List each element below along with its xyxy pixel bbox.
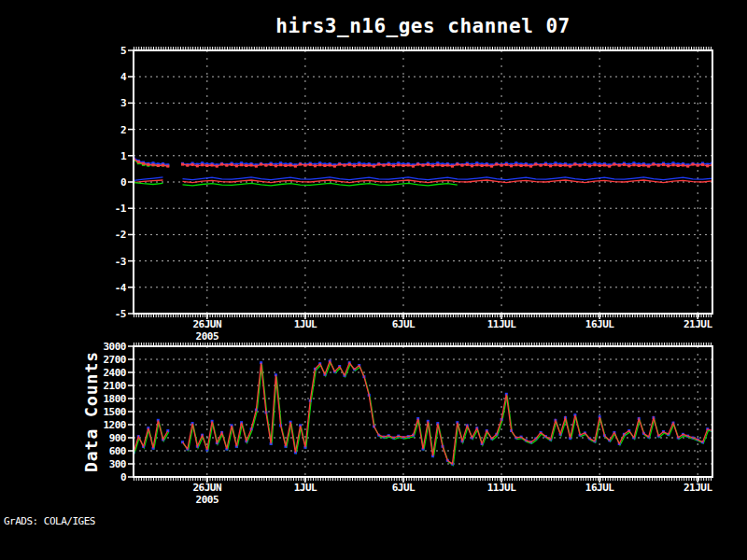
obs-band-red-marker — [569, 165, 571, 168]
obs-band-red-marker — [706, 164, 709, 167]
obs-band-red-marker — [686, 165, 689, 168]
ges-departures-panel: 26JUN20051JUL6JUL11JUL16JUL21JUL543210-1… — [115, 45, 714, 343]
obs-band-red-marker — [584, 163, 586, 166]
bias-blue-line — [183, 177, 713, 180]
y-tick-label: -5 — [115, 308, 126, 320]
data-counts-frame — [134, 346, 712, 477]
ges-departures-series — [133, 157, 714, 186]
obs-band-red-marker — [657, 164, 660, 167]
x-tick-label: 1JUL — [294, 318, 317, 330]
obs-band-red-marker — [422, 164, 425, 167]
obs-band-red-marker — [299, 163, 302, 166]
y-tick-label: -1 — [115, 203, 127, 215]
obs-band-red-marker — [677, 164, 680, 167]
obs-band-red-marker — [152, 163, 155, 166]
obs-band-red-marker — [358, 163, 360, 166]
obs-band-red-marker — [510, 164, 513, 167]
data-counts-axis-label: Data Counts — [81, 351, 101, 472]
obs-band-red-marker — [559, 164, 562, 167]
bias-green-line — [183, 183, 458, 186]
x-tick-label: 6JUL — [392, 318, 416, 330]
obs-band-red-marker — [181, 163, 184, 166]
x-tick-sublabel: 2005 — [196, 330, 219, 343]
x-tick-label: 11JUL — [487, 482, 516, 494]
obs-band-red-marker — [147, 163, 149, 166]
obs-band-red-marker — [667, 164, 669, 167]
obs-band-red-marker — [529, 165, 532, 168]
obs-band-red-marker — [270, 163, 273, 166]
y-tick-label: 3 — [120, 97, 126, 109]
obs-band-red-marker — [495, 163, 498, 166]
obs-band-red-marker — [608, 165, 611, 168]
obs-band-red-marker — [505, 163, 508, 166]
data-counts-series — [133, 359, 714, 465]
obs-band-red-marker — [544, 163, 547, 166]
obs-band-red-marker — [191, 163, 194, 166]
obs-band-red-marker — [303, 164, 306, 167]
obs-band-red-marker — [652, 163, 655, 166]
obs-band-red-marker — [329, 164, 331, 167]
obs-band-red-marker — [554, 163, 557, 166]
obs-band-red-marker — [466, 163, 469, 166]
x-tick-label: 21JUL — [684, 482, 712, 494]
obs-band-red-marker — [157, 164, 160, 167]
y-tick-label: 2 — [120, 124, 126, 136]
y-tick-label: 1800 — [104, 393, 127, 405]
obs-band-red-marker — [486, 164, 488, 167]
y-tick-label: 900 — [109, 432, 126, 444]
obs-band-red-marker — [162, 164, 164, 167]
y-tick-label: 300 — [109, 458, 126, 470]
obs-band-red-marker — [431, 164, 434, 167]
obs-band-red-marker — [201, 163, 204, 166]
obs-band-red-marker — [481, 164, 484, 167]
x-tick-label: 26JUN — [193, 318, 222, 330]
obs-band-red-marker — [412, 165, 415, 168]
obs-band-red-marker — [333, 165, 336, 168]
obs-band-red-marker — [235, 164, 238, 167]
x-tick-label: 1JUL — [294, 482, 317, 494]
obs-band-red-marker — [260, 163, 262, 166]
obs-band-red-marker — [593, 163, 596, 166]
obs-band-red-marker — [231, 163, 233, 166]
x-tick-sublabel: 2005 — [196, 494, 219, 506]
y-tick-label: 1 — [120, 150, 127, 162]
obs-band-red-marker — [362, 164, 365, 167]
obs-band-red-marker — [392, 164, 395, 167]
obs-band-red-marker — [343, 164, 345, 167]
y-tick-label: 5 — [120, 45, 126, 57]
obs-band-red-marker — [627, 164, 630, 167]
y-tick-label: -3 — [115, 256, 126, 268]
obs-band-red-marker — [579, 164, 582, 167]
obs-band-red-marker — [451, 165, 454, 168]
obs-band-red-marker — [446, 164, 449, 167]
obs-band-red-marker — [662, 163, 665, 166]
y-tick-label: 0 — [120, 471, 126, 483]
obs-band-red-marker — [279, 163, 282, 166]
obs-band-red-marker — [289, 164, 292, 167]
obs-band-red-marker — [196, 164, 199, 167]
obs-band-red-marker — [368, 164, 371, 167]
obs-band-red-marker — [490, 165, 493, 168]
obs-band-red-marker — [338, 163, 341, 166]
obs-band-red-marker — [436, 163, 439, 166]
obs-band-red-marker — [314, 164, 317, 167]
obs-band-red-marker — [682, 164, 684, 167]
y-tick-label: 2100 — [104, 380, 127, 392]
bias-green-line — [134, 183, 163, 185]
obs-band-red-marker — [407, 164, 410, 167]
obs-band-red-marker — [461, 164, 464, 167]
obs-band-red-marker — [245, 164, 247, 167]
obs-band-red-marker — [647, 165, 650, 168]
obs-band-red-marker — [672, 163, 675, 166]
y-tick-label: 4 — [120, 71, 127, 83]
obs-band-red-marker — [220, 163, 223, 166]
obs-band-red-marker — [373, 165, 375, 168]
obs-band-red-marker — [240, 163, 243, 166]
obs-band-red-marker — [323, 164, 326, 167]
y-tick-label: -4 — [115, 282, 127, 294]
obs-band-red-marker — [534, 163, 537, 166]
counts-line-line — [183, 361, 713, 464]
y-tick-label: -2 — [115, 229, 126, 241]
obs-band-red-marker — [632, 163, 635, 166]
obs-band-red-marker — [613, 163, 615, 166]
